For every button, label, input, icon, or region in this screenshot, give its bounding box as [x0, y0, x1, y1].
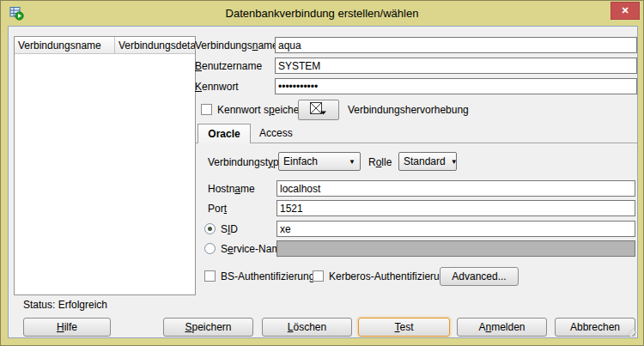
- dialog-window: Datenbankverbindung erstellen/wählen ✕ V…: [0, 0, 644, 346]
- tab-separator: [196, 143, 637, 143]
- kerberos-auth-label: Kerberos-Authentifizierung: [329, 270, 451, 282]
- verbindungstyp-label: Verbindungstyp: [208, 156, 279, 168]
- port-label: Port: [208, 203, 227, 215]
- hilfe-button[interactable]: Hilfe: [23, 318, 111, 337]
- sid-label: SID: [221, 223, 238, 235]
- chevron-down-icon: ▼: [451, 158, 458, 166]
- verbindungstyp-dropdown[interactable]: Einfach ▼: [278, 152, 361, 171]
- benutzername-input[interactable]: [275, 58, 637, 74]
- tab-oracle[interactable]: Oracle: [197, 124, 251, 143]
- verbindungsname-input[interactable]: [275, 37, 637, 53]
- anmelden-button[interactable]: Anmelden: [457, 318, 547, 337]
- verbindungshervorhebung-label: Verbindungshervorhebung: [348, 104, 469, 116]
- chevron-down-icon: ▼: [349, 158, 355, 166]
- sid-input[interactable]: [276, 221, 635, 237]
- hostname-input[interactable]: [276, 180, 635, 197]
- connection-list[interactable]: Verbindungsname Verbindungsdetails: [14, 36, 196, 295]
- status-text: Status: Erfolgreich: [23, 299, 107, 311]
- rolle-dropdown[interactable]: Standard ▼: [398, 152, 457, 171]
- verbindungsname-label: Verbindungsname: [195, 39, 278, 52]
- sid-radio[interactable]: [204, 223, 216, 234]
- bs-auth-checkbox[interactable]: [204, 270, 216, 282]
- benutzername-label: Benutzername: [195, 60, 262, 72]
- close-icon: ✕: [621, 5, 629, 16]
- speichern-button[interactable]: Speichern: [163, 318, 253, 337]
- abbrechen-button[interactable]: Abbrechen: [555, 318, 635, 337]
- no-color-swatch-icon: [309, 101, 328, 118]
- loeschen-button[interactable]: Löschen: [262, 318, 352, 337]
- kennwort-input[interactable]: [275, 78, 637, 94]
- connection-list-header: Verbindungsname Verbindungsdetails: [15, 37, 195, 54]
- close-button[interactable]: ✕: [611, 2, 640, 20]
- service-name-input: [276, 240, 635, 257]
- tab-access[interactable]: Access: [259, 127, 293, 139]
- service-name-radio[interactable]: [204, 243, 216, 254]
- kennwort-speichern-label: Kennwort speichern: [217, 104, 308, 116]
- bs-auth-label: BS-Authentifizierung: [221, 270, 314, 282]
- advanced-button[interactable]: Advanced...: [440, 267, 519, 286]
- titlebar[interactable]: Datenbankverbindung erstellen/wählen ✕: [1, 1, 643, 26]
- kennwort-speichern-checkbox[interactable]: [201, 104, 212, 115]
- hostname-label: Hostname: [208, 183, 255, 195]
- column-header-verbindungsname[interactable]: Verbindungsname: [15, 37, 115, 53]
- port-input[interactable]: [276, 200, 635, 216]
- dialog-body: Verbindungsname Verbindungsdetails Verbi…: [8, 26, 638, 338]
- kerberos-auth-checkbox[interactable]: [313, 270, 324, 282]
- rolle-label: Rolle: [368, 156, 392, 168]
- test-button[interactable]: Test: [358, 318, 450, 337]
- connection-color-picker-button[interactable]: [298, 100, 339, 120]
- column-header-verbindungsdetails[interactable]: Verbindungsdetails: [115, 37, 195, 53]
- window-title: Datenbankverbindung erstellen/wählen: [1, 7, 643, 20]
- kennwort-label: Kennwort: [195, 81, 239, 93]
